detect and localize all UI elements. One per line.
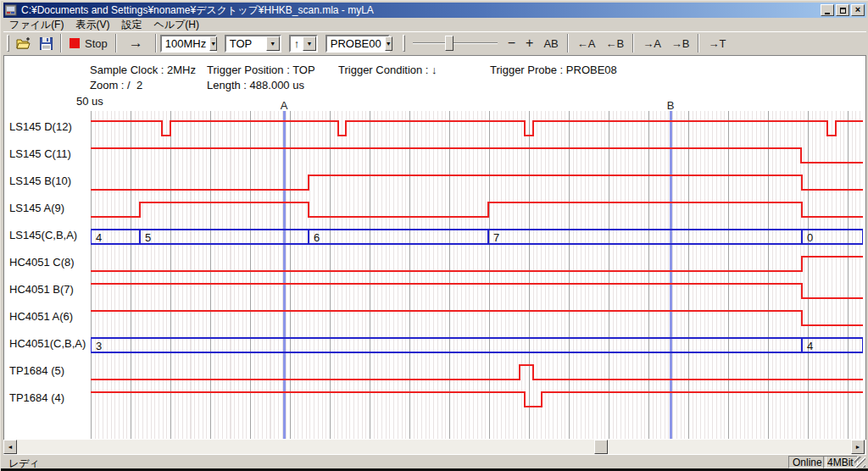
single-run-button[interactable]: → — [120, 33, 152, 53]
close-icon: × — [855, 5, 860, 14]
trigger-probe-combobox[interactable]: PROBE00 ▼ — [326, 35, 390, 53]
length-info: Length : 488.000 us — [207, 79, 304, 91]
trigger-probe-info: Trigger Probe : PROBE08 — [490, 64, 617, 76]
toolbar-separator — [632, 34, 634, 53]
toolbar-separator — [698, 34, 699, 53]
marker-label: B — [664, 99, 677, 112]
zoom-slider-track[interactable] — [413, 42, 498, 44]
waveform-trace — [91, 284, 863, 298]
bus-value: 7 — [493, 231, 499, 244]
trigger-position-info: Trigger Position : TOP — [207, 64, 315, 76]
waveform-canvas: 4567034 — [91, 111, 863, 439]
goto-marker-b-button[interactable]: →B — [666, 33, 695, 53]
zoom-in-button[interactable]: + — [520, 33, 538, 53]
chevron-down-icon[interactable]: ▼ — [266, 36, 280, 51]
waveform-trace — [91, 311, 863, 325]
horizontal-scrollbar[interactable]: ◄ ► — [3, 440, 866, 454]
waveform-trace — [91, 148, 863, 163]
waveform-trace — [91, 257, 863, 271]
menu-help[interactable]: ヘルプ(H) — [147, 18, 205, 32]
set-marker-a-button[interactable]: ←A — [572, 33, 601, 53]
bus-segment — [488, 230, 802, 244]
maximize-icon — [840, 8, 846, 14]
scroll-left-button[interactable]: ◄ — [3, 440, 17, 454]
stop-button[interactable]: Stop — [65, 33, 112, 53]
ab-span-button[interactable]: AB — [538, 33, 563, 53]
waveform-trace — [91, 175, 863, 190]
signal-label: HC4051 A(6) — [9, 309, 73, 324]
window-title: C:¥Documents and Settings¥noname¥デスクトップ¥… — [21, 3, 821, 18]
trigger-condition-info: Trigger Condition : ↓ — [338, 64, 437, 76]
signal-label: LS145 A(9) — [9, 201, 64, 215]
goto-marker-a-button[interactable]: →A — [637, 33, 666, 53]
save-file-button[interactable] — [36, 33, 57, 53]
chevron-down-icon[interactable]: ▼ — [303, 36, 316, 51]
waveform-trace — [91, 121, 863, 136]
trigger-edge-combobox[interactable]: ↑ ▼ — [289, 35, 318, 53]
timing-plot[interactable]: 4567034 — [91, 111, 863, 439]
bus-value: 4 — [807, 340, 813, 352]
zoom-info: Zoom : / 2 — [90, 79, 142, 91]
toolbar: Stop → 100MHz ▼ TOP ▼ ↑ ▼ PROBE00 ▼ − + … — [3, 31, 866, 56]
title-bar[interactable]: C:¥Documents and Settings¥noname¥デスクトップ¥… — [3, 3, 866, 18]
open-file-button[interactable] — [12, 33, 36, 53]
zoom-out-button[interactable]: − — [503, 33, 520, 53]
time-scale-label: 50 us — [76, 95, 103, 108]
maximize-button[interactable] — [836, 4, 849, 16]
open-folder-icon — [16, 37, 31, 50]
status-online-badge: Online — [788, 456, 826, 468]
trigger-probe-value: PROBE00 — [327, 37, 385, 50]
signal-label: HC4051 C(8) — [9, 255, 75, 269]
stop-icon — [70, 38, 80, 48]
signal-label: LS145(C,B,A) — [9, 228, 77, 242]
toolbar-separator — [567, 34, 569, 53]
menu-file[interactable]: ファイル(F) — [3, 18, 70, 32]
bus-value: 3 — [96, 340, 102, 352]
sample-rate-combobox[interactable]: 100MHz ▼ — [160, 35, 217, 53]
chevron-down-icon[interactable]: ▼ — [209, 36, 217, 51]
marker-label: A — [277, 99, 291, 112]
app-window: C:¥Documents and Settings¥noname¥デスクトップ¥… — [0, 0, 868, 471]
signal-label: HC4051(C,B,A) — [9, 336, 86, 351]
bus-value: 5 — [145, 231, 151, 244]
toolbar-grip[interactable] — [7, 35, 9, 52]
waveform-trace — [91, 202, 863, 217]
trigger-position-value: TOP — [226, 37, 266, 50]
signal-label: LS145 D(12) — [9, 119, 72, 134]
scroll-right-button[interactable]: ► — [851, 440, 865, 454]
waveform-trace — [91, 392, 863, 407]
toolbar-separator — [115, 34, 117, 53]
signal-label: TP1684 (5) — [9, 363, 64, 378]
signal-label: LS145 C(11) — [9, 147, 71, 161]
save-floppy-icon — [40, 37, 53, 50]
bus-value: 4 — [96, 231, 102, 244]
signal-label: TP1684 (4) — [9, 391, 64, 405]
minimize-button[interactable] — [821, 4, 834, 16]
chevron-down-icon[interactable]: ▼ — [385, 36, 392, 51]
menu-settings[interactable]: 設定 — [115, 18, 147, 32]
app-icon — [5, 4, 18, 16]
toolbar-grip[interactable] — [403, 35, 405, 52]
bus-value: 0 — [807, 231, 813, 244]
status-bar: レディ Online 4MBit — [3, 454, 866, 468]
waveform-trace — [91, 365, 863, 380]
sample-clock-info: Sample Clock : 2MHz — [90, 64, 196, 76]
trigger-edge-value: ↑ — [291, 37, 303, 50]
trigger-position-combobox[interactable]: TOP ▼ — [225, 35, 281, 53]
zoom-slider-thumb[interactable] — [445, 36, 453, 51]
scrollbar-thumb[interactable] — [594, 440, 608, 454]
sample-rate-value: 100MHz — [162, 37, 209, 50]
resize-grip[interactable] — [854, 457, 865, 468]
toolbar-separator — [155, 34, 157, 53]
zoom-slider[interactable] — [413, 34, 498, 53]
close-button[interactable]: × — [851, 4, 865, 16]
bus-value: 6 — [314, 231, 320, 244]
goto-trigger-button[interactable]: →T — [703, 33, 731, 53]
signal-label: HC4051 B(7) — [9, 282, 74, 296]
menu-view[interactable]: 表示(V) — [70, 18, 115, 32]
stop-label: Stop — [85, 37, 108, 50]
set-marker-b-button[interactable]: ←B — [600, 33, 629, 53]
bus-segment — [91, 338, 802, 352]
bus-segment — [309, 230, 488, 244]
signal-label: LS145 B(10) — [9, 174, 71, 188]
